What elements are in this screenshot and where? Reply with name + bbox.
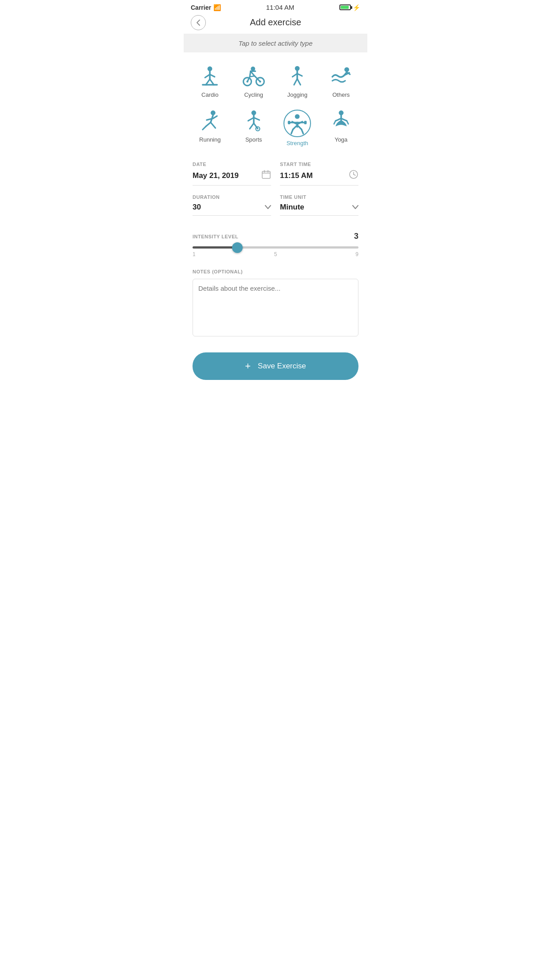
date-value[interactable]: May 21, 2019 (193, 170, 271, 186)
duration-unit-row: DURATION 30 TIME UNIT Minute (193, 194, 358, 216)
form-section: DATE May 21, 2019 START TIME 11:15 AM (184, 154, 367, 216)
slider-mid: 5 (274, 251, 277, 257)
svg-point-7 (251, 67, 255, 71)
sports-icon (242, 110, 266, 134)
activity-item-running[interactable]: Running (188, 106, 232, 150)
activity-item-strength[interactable]: Strength (276, 106, 319, 150)
wifi-icon: 📶 (213, 4, 221, 11)
duration-label: DURATION (193, 194, 271, 200)
start-time-label: START TIME (280, 162, 358, 167)
activity-item-cardio[interactable]: Cardio (188, 61, 232, 102)
notes-section: NOTES (OPTIONAL) (184, 262, 367, 345)
calendar-icon (261, 170, 271, 182)
svg-line-27 (206, 122, 211, 126)
yoga-icon (329, 110, 353, 134)
svg-line-33 (254, 118, 260, 120)
status-bar: Carrier 📶 11:04 AM ⚡ (184, 0, 367, 13)
intensity-section: INTENSITY LEVEL 3 1 5 9 (184, 225, 367, 262)
svg-line-53 (346, 121, 348, 124)
svg-rect-6 (202, 84, 218, 86)
jogging-label: Jogging (287, 91, 307, 98)
intensity-label: INTENSITY LEVEL (193, 234, 238, 239)
activity-item-jogging[interactable]: Jogging (276, 61, 319, 102)
svg-rect-40 (304, 121, 307, 124)
duration-value[interactable]: 30 (193, 202, 271, 216)
strength-label: Strength (287, 140, 308, 146)
running-label: Running (199, 136, 220, 143)
date-time-row: DATE May 21, 2019 START TIME 11:15 AM (193, 162, 358, 186)
save-label: Save Exercise (258, 362, 306, 371)
lightning-icon: ⚡ (353, 4, 360, 11)
save-button-container: + Save Exercise (184, 345, 367, 391)
slider-min: 1 (193, 251, 196, 257)
slider-thumb[interactable] (232, 242, 243, 253)
svg-line-13 (250, 76, 255, 77)
others-icon (329, 65, 353, 89)
start-time-value[interactable]: 11:15 AM (280, 170, 358, 186)
svg-line-44 (291, 130, 293, 134)
slider-track (193, 246, 358, 249)
time-unit-chevron-icon (352, 202, 358, 212)
duration-field[interactable]: DURATION 30 (193, 194, 271, 216)
activity-item-sports[interactable]: Sports (232, 106, 276, 150)
sports-label: Sports (245, 136, 262, 143)
svg-rect-39 (288, 121, 291, 124)
page-title: Add exercise (250, 17, 301, 28)
yoga-label: Yoga (335, 136, 347, 143)
strength-icon (283, 110, 311, 137)
running-icon (198, 110, 222, 134)
svg-line-29 (203, 126, 206, 130)
status-right: ⚡ (339, 4, 360, 11)
svg-line-26 (213, 116, 217, 118)
jogging-icon (285, 65, 309, 89)
intensity-value: 3 (354, 232, 358, 241)
svg-line-34 (250, 123, 254, 129)
header: Add exercise (184, 13, 367, 34)
back-button[interactable] (191, 15, 206, 30)
battery-fill (341, 6, 349, 9)
activity-item-others[interactable]: Others (319, 61, 363, 102)
status-time: 11:04 AM (266, 4, 294, 11)
svg-line-51 (341, 119, 347, 121)
save-plus-icon: + (245, 360, 251, 372)
cardio-icon (198, 65, 222, 89)
duration-chevron-icon (265, 202, 271, 212)
status-left: Carrier 📶 (191, 4, 221, 11)
svg-point-20 (344, 67, 349, 72)
battery-icon (339, 4, 351, 10)
activity-item-yoga[interactable]: Yoga (319, 106, 363, 150)
clock-icon (349, 170, 358, 182)
svg-rect-54 (262, 171, 270, 178)
cycling-icon (242, 65, 266, 89)
svg-line-18 (294, 79, 297, 85)
svg-line-50 (335, 119, 341, 121)
time-unit-value[interactable]: Minute (280, 202, 358, 216)
date-label: DATE (193, 162, 271, 167)
notes-label: NOTES (OPTIONAL) (193, 269, 358, 274)
svg-line-45 (302, 130, 303, 134)
svg-line-32 (248, 118, 254, 121)
svg-line-28 (211, 122, 216, 128)
notes-input[interactable] (193, 279, 358, 336)
svg-line-60 (354, 174, 355, 175)
date-field[interactable]: DATE May 21, 2019 (193, 162, 271, 186)
time-unit-field[interactable]: TIME UNIT Minute (280, 194, 358, 216)
carrier-label: Carrier (191, 4, 211, 11)
others-label: Others (332, 91, 350, 98)
svg-line-52 (334, 121, 336, 124)
slider-max: 9 (355, 251, 358, 257)
time-unit-label: TIME UNIT (280, 194, 358, 200)
svg-line-4 (206, 79, 210, 85)
slider-marks: 1 5 9 (193, 251, 358, 257)
start-time-field[interactable]: START TIME 11:15 AM (280, 162, 358, 186)
save-exercise-button[interactable]: + Save Exercise (193, 352, 358, 380)
intensity-slider[interactable] (193, 246, 358, 249)
activity-banner: Tap to select activity type (184, 34, 367, 52)
svg-line-5 (210, 79, 214, 85)
intensity-header: INTENSITY LEVEL 3 (193, 232, 358, 241)
svg-line-19 (297, 79, 300, 85)
svg-point-37 (295, 114, 300, 119)
cycling-label: Cycling (244, 91, 263, 98)
activity-item-cycling[interactable]: Cycling (232, 61, 276, 102)
activity-grid: Cardio Cycling (184, 52, 367, 154)
